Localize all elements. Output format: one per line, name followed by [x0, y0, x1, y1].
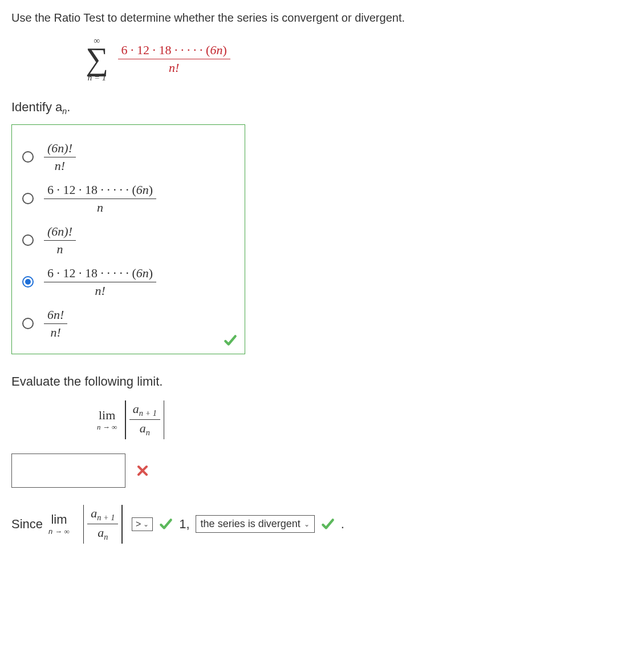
option-3[interactable]: (6n)! n: [22, 223, 234, 258]
lim-sub: n → ∞: [97, 423, 117, 432]
abs-ratio-2: an + 1 an: [80, 505, 126, 544]
option-num: 6n!: [44, 306, 67, 324]
ratio-fraction-2: an + 1 an: [87, 505, 118, 544]
conclusion-select[interactable]: the series is divergent ⌄: [196, 515, 315, 533]
check-icon: [223, 333, 238, 348]
option-den: n!: [44, 324, 67, 341]
options-box: (6n)! n! 6 · 12 · 18 · · · · · (6n) n (6…: [11, 124, 245, 354]
option-4[interactable]: 6 · 12 · 18 · · · · · (6n) n!: [22, 265, 234, 299]
abs-ratio: an + 1 an: [121, 400, 168, 439]
ratio-fraction: an + 1 an: [129, 400, 160, 439]
limit-answer-row: [11, 454, 606, 488]
ratio-den: an: [129, 420, 160, 439]
identify-label: Identify an.: [11, 100, 606, 116]
chevron-down-icon: ⌄: [304, 520, 310, 528]
period: .: [341, 517, 344, 532]
x-icon: [136, 464, 149, 477]
limit-answer-input[interactable]: [11, 454, 125, 488]
sigma-symbol: ∑: [86, 46, 108, 73]
radio-icon[interactable]: [22, 318, 34, 329]
check-icon: [159, 517, 173, 532]
radio-icon[interactable]: [22, 193, 34, 204]
option-fraction: (6n)! n!: [44, 140, 76, 175]
radio-icon[interactable]: [22, 151, 34, 163]
option-num: 6 · 12 · 18 · · · · · (6n): [44, 181, 156, 199]
evaluate-text: Evaluate the following limit.: [11, 374, 606, 389]
option-num: (6n)!: [44, 223, 76, 241]
radio-icon[interactable]: [22, 234, 34, 246]
series-denominator: n!: [118, 59, 230, 76]
ratio-num: an + 1: [129, 400, 160, 420]
one-comma: 1,: [179, 517, 189, 532]
identify-dot: .: [67, 100, 70, 114]
series-numerator: 6 · 12 · 18 · · · · · (6n): [121, 43, 227, 57]
lim-block-2: lim n → ∞: [48, 512, 70, 536]
question-text: Use the Ratio Test to determine whether …: [11, 11, 606, 25]
conclusion-row: Since lim n → ∞ an + 1 an > ⌄ 1, the ser…: [11, 505, 606, 544]
option-num: 6 · 12 · 18 · · · · · (6n): [44, 265, 156, 282]
series-formula: ∞ ∑ n = 1 6 · 12 · 18 · · · · · (6n) n!: [86, 36, 606, 83]
lim-block: lim n → ∞: [97, 408, 117, 432]
option-fraction: 6 · 12 · 18 · · · · · (6n) n!: [44, 265, 156, 299]
option-fraction: 6 · 12 · 18 · · · · · (6n) n: [44, 181, 156, 216]
series-fraction: 6 · 12 · 18 · · · · · (6n) n!: [118, 42, 230, 76]
option-den: n!: [44, 282, 156, 299]
sigma-lower: n = 1: [86, 73, 108, 83]
limit-expression: lim n → ∞ an + 1 an: [97, 400, 606, 439]
compare-select[interactable]: > ⌄: [132, 517, 153, 531]
option-num: (6n)!: [44, 140, 76, 157]
option-fraction: 6n! n!: [44, 306, 67, 341]
option-1[interactable]: (6n)! n!: [22, 140, 234, 175]
radio-icon[interactable]: [22, 276, 34, 288]
conclusion-text: the series is divergent: [201, 518, 301, 530]
lim-word: lim: [97, 408, 117, 423]
since-word: Since: [11, 517, 43, 532]
sigma-block: ∞ ∑ n = 1: [86, 36, 108, 83]
lim-sub-2: n → ∞: [48, 527, 70, 536]
option-5[interactable]: 6n! n!: [22, 306, 234, 341]
lim-word-2: lim: [48, 512, 70, 527]
option-2[interactable]: 6 · 12 · 18 · · · · · (6n) n: [22, 181, 234, 216]
option-den: n!: [44, 157, 76, 175]
chevron-down-icon: ⌄: [143, 520, 149, 528]
option-den: n: [44, 241, 76, 258]
identify-text: Identify a: [11, 100, 62, 114]
ratio-den-2: an: [87, 524, 118, 543]
check-icon: [320, 517, 335, 532]
option-den: n: [44, 199, 156, 216]
option-fraction: (6n)! n: [44, 223, 76, 258]
compare-symbol: >: [136, 519, 141, 529]
ratio-num-2: an + 1: [87, 505, 118, 524]
